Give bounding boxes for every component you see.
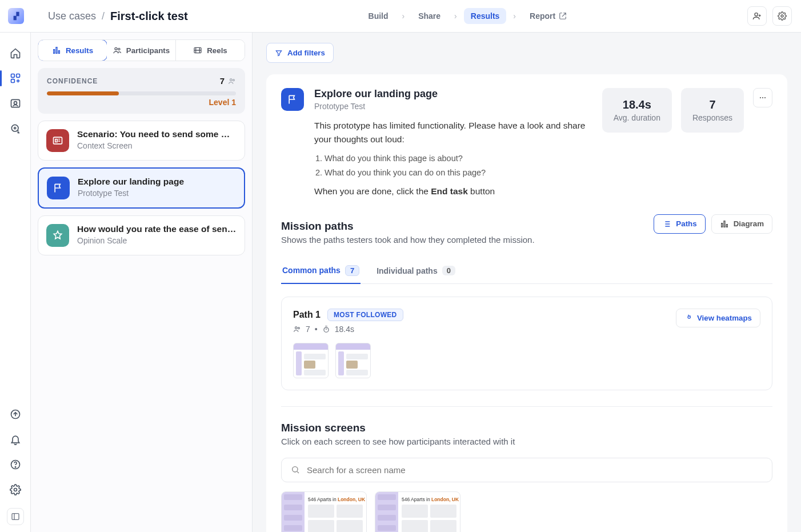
tab-reels[interactable]: Reels (176, 40, 245, 61)
step-build[interactable]: Build (362, 8, 395, 24)
screen-caption: 546 Aparts in (402, 497, 431, 502)
svg-rect-2 (11, 74, 14, 78)
tab-individual-badge: 0 (442, 266, 455, 275)
tab-participants[interactable]: Participants (107, 40, 176, 61)
svg-point-30 (298, 327, 299, 329)
task-type: Prototype Test (314, 102, 592, 111)
task-description: This prototype has limited functionality… (314, 119, 592, 146)
confidence-bar (47, 91, 236, 95)
path-meta: 7 • 18.4s (293, 325, 403, 334)
breadcrumb-sep: / (102, 10, 105, 22)
svg-rect-28 (726, 225, 727, 227)
toggle-diagram[interactable]: Diagram (711, 214, 772, 234)
task-title: Explore our landing page (314, 88, 592, 100)
tab-participants-label: Participants (126, 46, 170, 55)
svg-point-32 (293, 467, 298, 472)
toggle-paths[interactable]: Paths (654, 214, 705, 234)
nav-upload[interactable] (5, 404, 26, 425)
most-followed-pill: MOST FOLLOWED (327, 309, 403, 321)
tab-individual-paths[interactable]: Individual paths 0 (375, 258, 456, 283)
svg-point-17 (115, 47, 117, 50)
settings-button[interactable] (772, 6, 792, 26)
context-screen-icon (46, 129, 69, 152)
breadcrumb-current: First-click test (110, 10, 188, 23)
invite-user-button[interactable] (747, 6, 767, 26)
stopwatch-icon (322, 325, 330, 333)
screen-search[interactable] (281, 458, 772, 482)
toggle-diagram-label: Diagram (734, 219, 764, 228)
screen-search-input[interactable] (307, 465, 763, 475)
flag-icon (281, 88, 304, 111)
step-share[interactable]: Share (411, 8, 447, 24)
svg-rect-26 (721, 223, 722, 227)
path-screen-thumb[interactable] (293, 343, 329, 378)
top-bar: ▞ Use cases / First-click test Build › S… (0, 0, 801, 33)
stat-value: 7 (692, 98, 732, 111)
confidence-label: CONFIDENCE (47, 77, 98, 85)
svg-point-12 (14, 489, 17, 491)
mission-screens-title: Mission screens (281, 422, 772, 434)
svg-point-11 (15, 467, 15, 467)
svg-point-20 (230, 78, 233, 81)
nav-studies[interactable] (5, 68, 26, 89)
main-content: Add filters Explore our landing page Pro… (253, 33, 801, 532)
tab-common-label: Common paths (282, 266, 341, 275)
nav-home[interactable] (5, 43, 26, 63)
chevron-right-icon: › (513, 11, 516, 21)
mission-screen-thumb[interactable]: 546 Aparts in London, UK (281, 491, 367, 532)
block-subtitle: Opinion Scale (77, 236, 237, 245)
sidebar-tabs: Results Participants Reels (38, 39, 245, 61)
nav-billing[interactable]: $ (5, 118, 26, 139)
svg-point-23 (760, 97, 761, 98)
path-user-count: 7 (306, 325, 310, 334)
path-name: Path 1 (293, 310, 321, 320)
svg-rect-27 (724, 221, 725, 227)
tab-common-paths[interactable]: Common paths 7 (281, 258, 361, 284)
mission-screen-thumb[interactable]: 546 Aparts in London, UK (375, 491, 460, 532)
tab-results[interactable]: Results (38, 39, 107, 61)
search-icon (291, 465, 300, 474)
external-link-icon (559, 12, 567, 20)
nav-participants[interactable] (5, 93, 26, 114)
svg-rect-16 (58, 51, 59, 54)
toggle-paths-label: Paths (676, 219, 696, 228)
stat-label: Responses (692, 113, 732, 122)
nav-help[interactable] (5, 454, 26, 475)
nav-rail: $ (0, 33, 31, 532)
svg-point-0 (755, 13, 758, 16)
path-time: 18.4s (335, 325, 354, 334)
star-icon (46, 224, 69, 247)
breadcrumb-parent[interactable]: Use cases (48, 10, 96, 22)
more-menu-button[interactable] (753, 88, 772, 107)
step-results[interactable]: Results (464, 8, 507, 24)
svg-text:$: $ (17, 129, 19, 134)
chevron-right-icon: › (402, 11, 405, 21)
block-context-screen[interactable]: Scenario: You need to send some mo… Cont… (38, 121, 245, 161)
nav-notifications[interactable] (5, 429, 26, 450)
svg-point-21 (233, 79, 234, 81)
task-question-1: What do you think this page is about? (325, 152, 592, 165)
confidence-box: CONFIDENCE 7 Level 1 (38, 68, 245, 114)
view-heatmaps-button[interactable]: View heatmaps (676, 309, 760, 327)
toggle-panel-button[interactable] (7, 508, 24, 525)
users-icon (228, 77, 236, 85)
path-screen-thumb[interactable] (335, 343, 371, 378)
add-filters-button[interactable]: Add filters (266, 43, 334, 63)
nav-settings[interactable] (5, 479, 26, 500)
screen-caption-highlight: London, UK (431, 497, 459, 502)
svg-rect-3 (16, 74, 19, 78)
block-opinion-scale[interactable]: How would you rate the ease of sendi… Op… (38, 215, 245, 255)
view-heatmaps-label: View heatmaps (697, 314, 752, 322)
task-question-2: What do you think you can do on this pag… (325, 166, 592, 179)
flag-icon (47, 177, 70, 199)
users-icon (293, 325, 301, 333)
path-card: Path 1 MOST FOLLOWED 7 • 18.4s (281, 297, 772, 390)
mission-paths-title: Mission paths (281, 220, 535, 233)
divider (281, 406, 772, 407)
tab-reels-label: Reels (207, 46, 227, 55)
step-report[interactable]: Report (523, 8, 574, 24)
svg-point-18 (118, 48, 120, 50)
block-prototype-test[interactable]: Explore our landing page Prototype Test (38, 167, 245, 209)
svg-rect-4 (11, 79, 14, 83)
app-logo[interactable]: ▞ (8, 8, 24, 24)
